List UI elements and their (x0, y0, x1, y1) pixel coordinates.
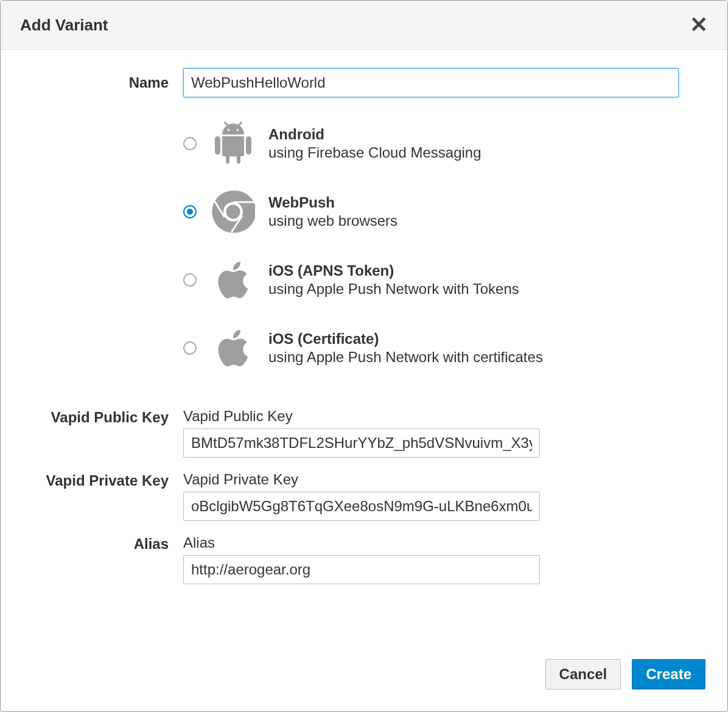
name-input[interactable] (183, 68, 679, 97)
apple-icon (211, 258, 255, 302)
option-ios-cert-text: iOS (Certificate) using Apple Push Netwo… (268, 330, 543, 366)
option-android-text: Android using Firebase Cloud Messaging (268, 126, 481, 161)
option-ios-token[interactable]: iOS (APNS Token) using Apple Push Networ… (183, 258, 679, 302)
option-webpush-title: WebPush (268, 194, 397, 211)
radio-ios-cert[interactable] (183, 341, 197, 355)
option-ios-cert-subtitle: using Apple Push Network with certificat… (268, 349, 543, 366)
radio-ios-token[interactable] (183, 273, 197, 287)
apple-icon (211, 326, 255, 370)
option-android-subtitle: using Firebase Cloud Messaging (268, 144, 481, 161)
option-android[interactable]: Android using Firebase Cloud Messaging (183, 122, 679, 166)
option-webpush[interactable]: WebPush using web browsers (183, 190, 679, 234)
vapid-private-label: Vapid Private Key (1, 471, 183, 489)
name-field-wrap (183, 68, 679, 97)
alias-label: Alias (1, 534, 183, 553)
close-icon[interactable]: ✕ (690, 14, 708, 36)
option-ios-token-text: iOS (APNS Token) using Apple Push Networ… (268, 262, 519, 298)
option-ios-cert-title: iOS (Certificate) (268, 330, 543, 347)
alias-row: Alias Alias (1, 534, 679, 584)
android-icon (211, 122, 255, 166)
alias-sublabel: Alias (183, 534, 679, 551)
vapid-public-sublabel: Vapid Public Key (183, 408, 679, 425)
vapid-private-wrap: Vapid Private Key (183, 471, 679, 521)
name-row: Name (1, 68, 679, 97)
modal-footer: Cancel Create (1, 659, 727, 711)
modal-header: Add Variant ✕ (1, 1, 727, 50)
variant-type-row: Android using Firebase Cloud Messaging (1, 122, 679, 394)
chrome-icon (211, 190, 255, 234)
vapid-public-wrap: Vapid Public Key (183, 408, 679, 458)
name-label: Name (1, 74, 183, 91)
alias-wrap: Alias (183, 534, 679, 584)
vapid-public-input[interactable] (183, 428, 540, 458)
option-ios-token-subtitle: using Apple Push Network with Tokens (268, 281, 519, 298)
option-webpush-subtitle: using web browsers (268, 212, 397, 229)
variant-type-spacer (1, 122, 183, 123)
vapid-private-sublabel: Vapid Private Key (183, 471, 679, 488)
option-android-title: Android (268, 126, 481, 143)
option-webpush-text: WebPush using web browsers (268, 194, 397, 229)
create-button[interactable]: Create (632, 659, 705, 689)
vapid-public-row: Vapid Public Key Vapid Public Key (1, 408, 679, 458)
vapid-private-input[interactable] (183, 492, 540, 521)
option-ios-token-title: iOS (APNS Token) (268, 262, 519, 279)
modal-title: Add Variant (20, 16, 108, 35)
svg-point-4 (226, 204, 240, 218)
cancel-button[interactable]: Cancel (545, 659, 621, 689)
radio-android[interactable] (183, 137, 197, 150)
vapid-public-label: Vapid Public Key (1, 408, 183, 426)
vapid-private-row: Vapid Private Key Vapid Private Key (1, 471, 679, 521)
alias-input[interactable] (183, 555, 540, 584)
radio-webpush[interactable] (183, 205, 197, 218)
modal-body: Name Android using Firebase Cloud Messag… (1, 50, 727, 659)
variant-options: Android using Firebase Cloud Messaging (183, 122, 679, 370)
add-variant-modal: Add Variant ✕ Name Android us (0, 0, 728, 712)
option-ios-cert[interactable]: iOS (Certificate) using Apple Push Netwo… (183, 326, 679, 370)
